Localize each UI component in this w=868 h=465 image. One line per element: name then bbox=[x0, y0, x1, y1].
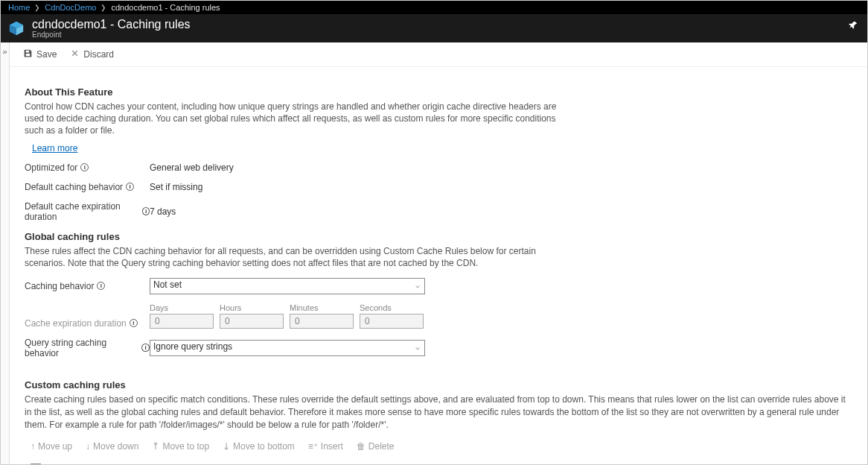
arrow-up-icon: ↑ bbox=[31, 441, 35, 452]
move-to-bottom-label: Move to bottom bbox=[233, 441, 295, 452]
endpoint-icon bbox=[8, 20, 25, 37]
move-down-button[interactable]: ↓Move down bbox=[86, 441, 138, 452]
move-to-bottom-button[interactable]: ⤓Move to bottom bbox=[223, 441, 295, 452]
seconds-label: Seconds bbox=[360, 303, 424, 312]
move-to-top-label: Move to top bbox=[162, 441, 209, 452]
save-button[interactable]: Save bbox=[23, 48, 57, 60]
move-up-label: Move up bbox=[38, 441, 72, 452]
info-icon[interactable]: i bbox=[142, 207, 150, 215]
arrow-down-icon: ↓ bbox=[86, 441, 90, 452]
save-label: Save bbox=[36, 49, 57, 60]
minutes-label: Minutes bbox=[290, 303, 354, 312]
col-match-values: MATCH VALUE(S) bbox=[209, 459, 370, 464]
default-expiration-label: Default cache expiration duration bbox=[25, 201, 139, 222]
info-icon[interactable]: i bbox=[141, 344, 150, 352]
arrow-top-icon: ⤒ bbox=[152, 441, 159, 452]
delete-icon: 🗑 bbox=[357, 441, 366, 452]
about-description: Control how CDN caches your content, inc… bbox=[25, 101, 561, 137]
insert-button[interactable]: ≡⁺Insert bbox=[308, 441, 343, 452]
chevron-down-icon: ⌵ bbox=[415, 281, 420, 289]
hours-input bbox=[220, 314, 284, 329]
discard-icon bbox=[70, 48, 80, 60]
pin-icon[interactable] bbox=[848, 20, 858, 33]
col-match-condition: MATCH CONDITION bbox=[48, 459, 209, 464]
global-rules-heading: Global caching rules bbox=[25, 231, 852, 242]
col-caching-behavior: CACHING BEHAVIOR bbox=[370, 459, 531, 464]
caching-behavior-value: Not set bbox=[153, 279, 182, 290]
breadcrumb-current: cdndocdemo1 - Caching rules bbox=[111, 3, 220, 12]
page-subtitle: Endpoint bbox=[32, 31, 191, 39]
delete-label: Delete bbox=[368, 441, 395, 452]
global-rules-description: These rules affect the CDN caching behav… bbox=[25, 245, 561, 269]
command-bar: Save Discard bbox=[10, 42, 867, 67]
minutes-input bbox=[290, 314, 354, 329]
default-caching-behavior-label: Default caching behavior bbox=[25, 182, 123, 192]
optimized-for-label: Optimized for bbox=[25, 162, 77, 173]
rules-toolbar: ↑Move up ↓Move down ⤒Move to top ⤓Move t… bbox=[25, 431, 852, 459]
query-string-label: Query string caching behavior bbox=[25, 338, 138, 358]
col-hours: HOURS bbox=[611, 459, 692, 464]
seconds-input bbox=[360, 314, 424, 329]
custom-rules-heading: Custom caching rules bbox=[25, 379, 852, 390]
query-string-select[interactable]: Ignore query strings ⌵ bbox=[150, 340, 425, 356]
breadcrumb-profile[interactable]: CdnDocDemo bbox=[45, 3, 96, 12]
breadcrumb-home[interactable]: Home bbox=[8, 3, 30, 12]
chevron-right-icon: ❯ bbox=[100, 4, 106, 11]
move-down-label: Move down bbox=[93, 441, 138, 452]
days-input bbox=[150, 314, 214, 329]
info-icon[interactable]: i bbox=[130, 319, 138, 327]
discard-label: Discard bbox=[83, 49, 114, 60]
expand-menu-toggle[interactable]: » bbox=[1, 42, 10, 464]
page-header: cdndocdemo1 - Caching rules Endpoint bbox=[1, 14, 867, 42]
col-days: DAYS bbox=[531, 459, 611, 464]
insert-label: Insert bbox=[321, 441, 343, 452]
col-seconds: SECONDS bbox=[772, 459, 852, 464]
insert-icon: ≡⁺ bbox=[308, 441, 318, 452]
caching-behavior-label: Caching behavior bbox=[25, 281, 94, 291]
arrow-bottom-icon: ⤓ bbox=[223, 441, 230, 452]
delete-button[interactable]: 🗑Delete bbox=[357, 441, 395, 452]
page-title: cdndocdemo1 - Caching rules bbox=[32, 18, 191, 31]
hours-label: Hours bbox=[220, 303, 284, 312]
breadcrumb: Home ❯ CdnDocDemo ❯ cdndocdemo1 - Cachin… bbox=[1, 1, 867, 14]
discard-button[interactable]: Discard bbox=[70, 48, 114, 60]
optimized-for-value: General web delivery bbox=[150, 162, 234, 173]
info-icon[interactable]: i bbox=[126, 183, 134, 191]
learn-more-link[interactable]: Learn more bbox=[32, 143, 77, 154]
save-icon bbox=[23, 48, 33, 60]
chevron-down-icon: ⌵ bbox=[415, 343, 420, 351]
col-minutes: MINUTES bbox=[692, 459, 772, 464]
days-label: Days bbox=[150, 303, 214, 312]
about-heading: About This Feature bbox=[25, 86, 852, 98]
info-icon[interactable]: i bbox=[97, 282, 105, 290]
default-caching-behavior-value: Set if missing bbox=[150, 182, 202, 192]
default-expiration-value: 7 days bbox=[150, 206, 176, 217]
chevron-right-icon: ❯ bbox=[34, 4, 40, 11]
select-all-checkbox[interactable] bbox=[31, 464, 41, 464]
info-icon[interactable]: i bbox=[80, 163, 89, 171]
caching-behavior-select[interactable]: Not set ⌵ bbox=[150, 278, 425, 294]
cache-expiration-label: Cache expiration duration bbox=[25, 318, 127, 329]
custom-rules-description: Create caching rules based on specific m… bbox=[25, 393, 852, 431]
query-string-value: Ignore query strings bbox=[153, 341, 232, 352]
move-up-button[interactable]: ↑Move up bbox=[31, 441, 72, 452]
rules-table: MATCH CONDITION MATCH VALUE(S) CACHING B… bbox=[25, 459, 852, 464]
move-to-top-button[interactable]: ⤒Move to top bbox=[152, 441, 209, 452]
